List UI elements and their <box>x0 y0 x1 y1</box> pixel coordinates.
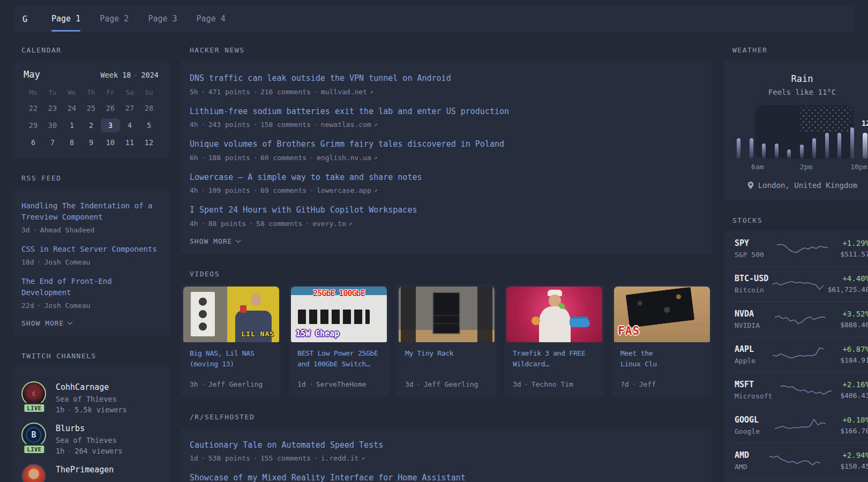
video-title[interactable]: Traefik 3 and FREE Wildcard… <box>513 348 596 371</box>
twitch-channel-name[interactable]: CohhCarnage <box>56 382 127 392</box>
calendar-day[interactable]: 29 <box>24 118 43 132</box>
twitch-channel-name[interactable]: Blurbs <box>56 424 123 433</box>
video-thumbnail <box>399 287 495 342</box>
separator-dot <box>69 450 70 452</box>
stock-row-btc-usd[interactable]: BTC-USDBitcoin+4.40%$61,725.48 <box>735 266 868 302</box>
stock-name: AMD <box>735 463 749 471</box>
hn-item-title[interactable]: DNS traffic can leak outside the VPN tun… <box>190 72 451 85</box>
calendar-day-header: We <box>62 88 81 96</box>
video-title[interactable]: BEST Low Power 25GbE and 100GbE Switch… <box>297 348 380 371</box>
separator-dot <box>203 383 204 385</box>
hn-item: Lithium-free sodium batteries exit the l… <box>190 106 704 129</box>
tab-page-3[interactable]: Page 3 <box>148 7 177 31</box>
hn-item-title[interactable]: Lithium-free sodium batteries exit the l… <box>190 106 509 118</box>
calendar-day[interactable]: 23 <box>43 101 62 115</box>
calendar-day[interactable]: 4 <box>120 118 139 132</box>
calendar-day[interactable]: 11 <box>120 135 139 149</box>
calendar-day[interactable]: 28 <box>139 101 159 115</box>
calendar-day[interactable]: 10 <box>101 135 120 149</box>
hn-item-title[interactable]: Lowercase – A simple way to take and sha… <box>190 171 422 184</box>
calendar-day[interactable]: 2 <box>81 118 101 132</box>
hn-item-domain-link[interactable]: every.to↗ <box>312 220 352 228</box>
reddit-item-title[interactable]: Cautionary Tale on Automated Speed Tests <box>190 439 383 451</box>
rss-item-title[interactable]: CSS in React Server Components <box>21 244 157 255</box>
calendar-day[interactable]: 9 <box>81 135 101 149</box>
calendar-day[interactable]: 26 <box>101 101 120 115</box>
stock-row-amd[interactable]: AMDAMD+2.94%$150.45 <box>735 443 868 478</box>
stock-row-msft[interactable]: MSFTMicrosoft+2.16%$406.43 <box>735 372 868 408</box>
video-title[interactable]: Big NAS, Lil NAS (moving 13) <box>190 348 273 371</box>
video-card[interactable]: LIL NAS Big NAS, Lil NAS (moving 13) 3h … <box>181 284 281 397</box>
calendar-day[interactable]: 22 <box>24 101 43 115</box>
calendar-day[interactable]: 8 <box>62 135 81 149</box>
calendar-day[interactable]: 27 <box>120 101 139 115</box>
stock-row-spy[interactable]: SPYS&P 500+1.29%$511.57 <box>735 231 868 266</box>
hn-item-domain-link[interactable]: mullvad.net↗ <box>321 88 373 96</box>
video-meta: 3h Jeff Geerling <box>190 380 273 388</box>
stock-row-aapl[interactable]: AAPLApple+6.87%$184.91 <box>735 337 868 372</box>
separator-dot <box>633 383 635 385</box>
twitch-avatar-theprimeagen <box>21 464 46 482</box>
hn-item-meta: 4h 88 points 58 comments every.to↗ <box>190 220 704 228</box>
video-title[interactable]: Meet the Linux Clu <box>620 348 704 371</box>
rss-item-title[interactable]: The End of Front-End Development <box>21 276 161 298</box>
center-column: HACKER NEWS DNS traffic can leak outside… <box>181 46 712 482</box>
separator-dot <box>311 157 312 159</box>
calendar-week-year: Week 18 2024 <box>101 71 159 79</box>
hn-item-title[interactable]: Unique volumes of Brothers Grimm fairy t… <box>190 138 504 150</box>
live-badge: LIVE <box>23 444 46 455</box>
stock-row-rddt[interactable]: RDDT-1.65% <box>735 478 868 482</box>
twitch-channel-name[interactable]: ThePrimeagen <box>56 465 114 475</box>
rack-graphic <box>477 287 493 342</box>
calendar-day[interactable]: 24 <box>62 101 81 115</box>
reddit-widget: /R/SELFHOSTED Cautionary Tale on Automat… <box>181 413 712 482</box>
stock-sparkline <box>773 345 824 364</box>
calendar-day[interactable]: 1 <box>62 118 81 132</box>
calendar-day[interactable]: 25 <box>81 101 101 115</box>
app-logo[interactable]: G <box>13 7 38 31</box>
stock-quote: +0.10%$166.78 <box>840 416 868 435</box>
stock-row-googl[interactable]: GOOGLGoogle+0.10%$166.78 <box>735 408 868 443</box>
live-badge: LIVE <box>23 403 46 413</box>
reddit-item-title[interactable]: Showcase of my Mixed Reality Interface f… <box>190 472 466 482</box>
reddit-item-domain-link[interactable]: i.redd.it↗ <box>321 454 365 462</box>
calendar-day[interactable]: 12 <box>139 135 159 149</box>
separator-dot <box>69 409 70 411</box>
hn-item-domain-link[interactable]: english.nv.ua↗ <box>317 154 377 162</box>
tab-page-1[interactable]: Page 1 <box>51 7 80 31</box>
rack-graphic <box>401 287 416 342</box>
video-card[interactable]: Traefik 3 and FREE Wildcard… 3d Techno T… <box>504 284 604 397</box>
calendar-day[interactable]: 30 <box>43 118 62 132</box>
separator-dot <box>310 383 312 385</box>
hn-item-domain-link[interactable]: lowercase.app↗ <box>317 186 377 194</box>
stock-price: $150.45 <box>840 462 868 470</box>
separator-dot <box>34 229 36 231</box>
calendar-day[interactable]: 6 <box>24 135 43 149</box>
separator-dot <box>255 157 256 159</box>
rss-item: CSS in React Server Components 18d Josh … <box>21 244 161 266</box>
calendar-day[interactable]: 5 <box>139 118 159 132</box>
hn-item-meta: 4h 109 points 69 comments lowercase.app↗ <box>190 186 704 194</box>
separator-dot <box>203 124 204 125</box>
stock-change: +0.10% <box>840 416 868 424</box>
hn-item-title[interactable]: I Spent 24 Hours with GitHub Copilot Wor… <box>190 204 417 216</box>
calendar-day-selected[interactable]: 3 <box>101 118 120 132</box>
rss-show-more-button[interactable]: SHOW MORE <box>21 319 161 327</box>
video-title[interactable]: My Tiny Rack <box>405 348 488 359</box>
hn-show-more-button[interactable]: SHOW MORE <box>190 237 704 245</box>
calendar-day-header: Su <box>139 88 159 96</box>
video-card[interactable]: FAS Meet the Linux Clu 7d Jeff <box>612 284 712 397</box>
video-card[interactable]: 25GbE 100GbE 15W Cheap BEST Low Power 25… <box>289 284 389 397</box>
stock-identity: NVDANVIDIA <box>735 309 760 329</box>
calendar-day[interactable]: 7 <box>43 135 62 149</box>
video-card[interactable]: My Tiny Rack 3d Jeff Geerling <box>396 284 497 397</box>
rss-item-meta: 3d Ahmad Shadeed <box>21 226 161 234</box>
videos-section-title: VIDEOS <box>190 270 712 278</box>
rss-item-title[interactable]: Handling The Indentation of a Treeview C… <box>21 200 161 223</box>
stock-row-nvda[interactable]: NVDANVIDIA+3.52%$888.40 <box>735 302 868 337</box>
hn-item-domain-link[interactable]: newatlas.com↗ <box>321 120 378 129</box>
tab-page-2[interactable]: Page 2 <box>100 7 129 31</box>
stock-symbol: NVDA <box>735 309 760 319</box>
tab-page-4[interactable]: Page 4 <box>197 7 226 31</box>
separator-dot <box>135 74 137 76</box>
